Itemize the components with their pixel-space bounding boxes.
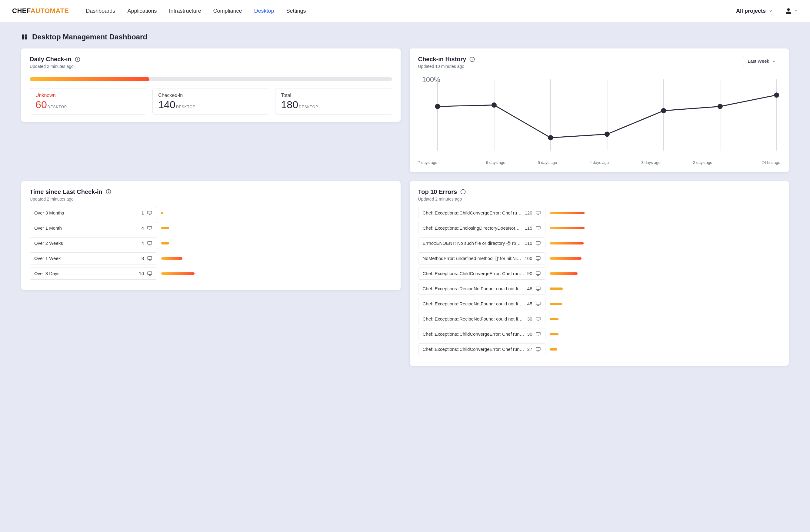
svg-rect-2 [25,35,27,36]
history-range-label: Last Week [748,59,769,64]
error-item[interactable]: Chef::Exceptions::ChildConvergeError: Ch… [418,267,546,280]
history-chart: 100% 7 days ago6 days ago5 days ago4 day… [418,74,781,165]
svg-point-27 [108,190,109,191]
history-updated: Updated 10 minutes ago [418,64,743,69]
svg-point-24 [774,93,779,98]
error-bar [550,318,559,320]
monitor-icon [535,256,541,261]
error-item-label: Chef::Exceptions::RecipeNotFound: could … [423,316,524,321]
errors-card: Top 10 Errors Updated 2 minutes ago Chef… [410,181,789,366]
svg-rect-58 [536,272,540,275]
error-bar [550,348,557,350]
stat-checkedin-value: 140 [158,99,176,111]
error-item[interactable]: Chef::Exceptions::ChildConvergeError: Ch… [418,343,546,355]
error-item[interactable]: Chef::Exceptions::ChildConvergeError: Ch… [418,328,546,340]
stat-total[interactable]: Total 180 DESKTOP [275,88,392,115]
monitor-icon [147,240,152,246]
stat-total-label: Total [281,93,386,98]
history-card: Check-in History Updated 10 minutes ago … [410,49,789,172]
error-item[interactable]: Chef::Exceptions::RecipeNotFound: could … [418,298,546,310]
nav-compliance[interactable]: Compliance [213,8,242,14]
svg-rect-4 [22,37,24,39]
projects-label: All projects [736,8,766,14]
history-x-label: 3 days ago [625,160,677,165]
error-item[interactable]: Chef::Exceptions::EnclosingDirectoryDoes… [418,222,546,234]
since-item[interactable]: Over 2 Weeks4 [30,237,157,249]
error-row: Chef::Exceptions::ChildConvergeError: Ch… [418,328,781,340]
since-bar [161,227,169,229]
monitor-icon [147,210,152,216]
error-bar-col [550,287,585,290]
chevron-down-icon [769,9,773,13]
info-icon[interactable] [460,189,466,195]
error-item-label: Chef::Exceptions::ChildConvergeError: Ch… [423,347,524,352]
since-card: Time since Last Check-in Updated 2 minut… [21,181,401,290]
svg-rect-73 [536,348,540,350]
error-item[interactable]: Chef::Exceptions::RecipeNotFound: could … [418,283,546,295]
page-title: Desktop Management Dashboard [32,33,147,41]
daily-title: Daily Check-in [30,56,71,63]
nav-dashboards[interactable]: Dashboards [86,8,115,14]
nav-infrastructure[interactable]: Infrastructure [169,8,201,14]
since-item[interactable]: Over 3 Months1 [30,207,157,219]
since-item[interactable]: Over 1 Month4 [30,222,157,234]
monitor-icon [147,256,152,261]
since-item-label: Over 3 Days [34,271,136,276]
error-item[interactable]: NoMethodError: undefined method `[]' for… [418,252,546,265]
error-item[interactable]: Chef::Exceptions::RecipeNotFound: could … [418,313,546,325]
since-bar-col [161,242,195,245]
nav-desktop[interactable]: Desktop [254,8,274,14]
error-bar [550,212,585,214]
info-icon[interactable] [469,56,475,62]
error-item-count: 115 [524,226,532,231]
since-item[interactable]: Over 3 Days10 [30,267,157,280]
error-bar-col [550,257,585,260]
error-row: NoMethodError: undefined method `[]' for… [418,252,781,265]
since-row: Over 1 Month4 [30,222,392,234]
svg-rect-1 [22,35,24,37]
error-row: Chef::Exceptions::ChildConvergeError: Ch… [418,207,781,219]
error-item[interactable]: Chef::Exceptions::ChildConvergeError: Ch… [418,207,546,219]
stat-unknown-value: 60 [35,99,47,111]
projects-dropdown[interactable]: All projects [736,8,773,14]
svg-point-18 [435,104,440,109]
history-range-dropdown[interactable]: Last Week [743,56,780,66]
history-x-label: 7 days ago [418,160,470,165]
since-updated: Updated 2 minutes ago [30,197,392,201]
monitor-icon [147,226,152,231]
user-menu[interactable] [784,7,798,15]
svg-rect-40 [148,272,152,275]
stat-total-value: 180 [281,99,298,111]
error-item-count: 120 [524,210,532,215]
since-item[interactable]: Over 1 Week8 [30,252,157,265]
chevron-down-icon [794,9,798,13]
svg-point-19 [491,102,496,107]
nav-settings[interactable]: Settings [286,8,306,14]
error-item-label: Errno::ENOENT: No such file or directory… [423,240,522,246]
history-title: Check-in History [418,56,466,63]
stat-unknown[interactable]: Unknown 60 DESKTOP [30,88,146,115]
nav-applications[interactable]: Applications [127,8,157,14]
error-row: Chef::Exceptions::RecipeNotFound: could … [418,283,781,295]
svg-point-0 [787,8,790,11]
info-icon[interactable] [75,56,81,62]
svg-rect-55 [536,256,540,259]
since-bar [161,257,182,260]
logo-chef: CHEF [12,7,31,15]
since-item-count: 1 [142,210,144,215]
since-bar-col [161,227,195,229]
svg-rect-70 [536,332,540,335]
stat-checkedin[interactable]: Checked-in 140 DESKTOP [152,88,269,115]
error-item[interactable]: Errno::ENOENT: No such file or directory… [418,237,546,249]
error-row: Errno::ENOENT: No such file or directory… [418,237,781,249]
daily-progress [30,77,392,81]
error-bar [550,242,584,245]
info-icon[interactable] [106,189,112,195]
errors-title: Top 10 Errors [418,188,457,195]
svg-point-23 [717,104,723,109]
stat-checkedin-label: Checked-in [158,93,263,98]
since-item-count: 8 [142,256,144,261]
monitor-icon [535,226,541,231]
since-bar-col [161,212,195,214]
error-row: Chef::Exceptions::ChildConvergeError: Ch… [418,267,781,280]
